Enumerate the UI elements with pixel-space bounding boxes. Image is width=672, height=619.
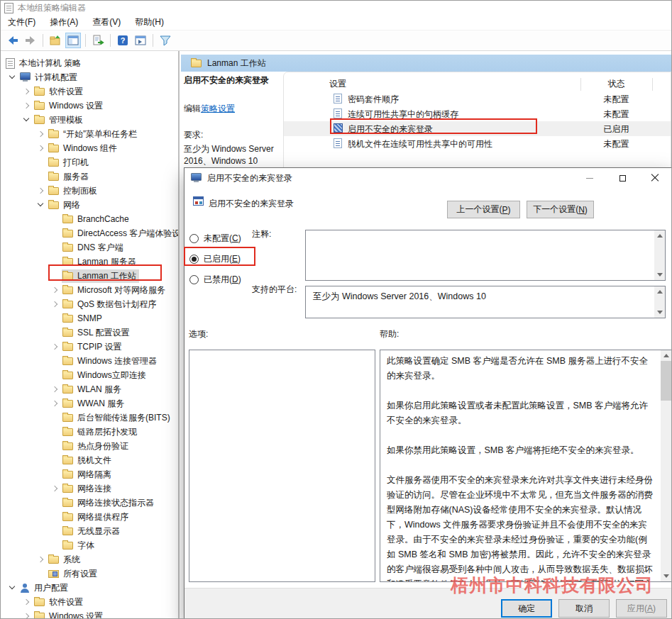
tree-item[interactable]: 网络连接	[1, 481, 178, 496]
forward-icon[interactable]	[23, 33, 38, 48]
scrollbar[interactable]	[654, 286, 665, 318]
tree-item[interactable]: SNMP	[1, 311, 178, 325]
tree-item[interactable]: 脱机文件	[1, 453, 178, 467]
column-separator[interactable]	[580, 78, 581, 91]
chevron-collapsed-icon[interactable]	[49, 397, 62, 410]
tree-item[interactable]: BranchCache	[1, 212, 178, 226]
chevron-collapsed-icon[interactable]	[35, 184, 48, 197]
back-icon[interactable]	[5, 33, 21, 48]
chevron-collapsed-icon[interactable]	[35, 553, 48, 566]
tree-item[interactable]: “开始”菜单和任务栏	[1, 127, 178, 141]
tree-item[interactable]: 软件设置	[1, 595, 178, 609]
tree-item[interactable]: 链路层拓扑发现	[1, 425, 178, 439]
chevron-collapsed-icon[interactable]	[35, 128, 48, 140]
chevron-collapsed-icon[interactable]	[21, 610, 33, 618]
tree-item[interactable]: Windows立即连接	[1, 368, 178, 382]
chevron-collapsed-icon[interactable]	[49, 383, 62, 396]
tree-item[interactable]: 本地计算机 策略	[1, 56, 178, 70]
tree-item[interactable]: 服务器	[1, 169, 178, 184]
tree-item[interactable]: 打印机	[1, 155, 178, 169]
tree-item[interactable]: Lanman 服务器	[1, 255, 178, 269]
ok-button[interactable]: 确定	[501, 599, 552, 618]
chevron-collapsed-icon[interactable]	[49, 482, 62, 495]
tree-item[interactable]: 无线显示器	[1, 524, 178, 538]
menu-item[interactable]: 帮助(H)	[128, 14, 171, 30]
radio-option[interactable]: 已启用(E)	[189, 249, 241, 269]
chevron-collapsed-icon[interactable]	[35, 142, 48, 155]
tree-item[interactable]: Windows 连接管理器	[1, 354, 178, 368]
maximize-icon[interactable]	[606, 168, 639, 188]
column-settings[interactable]: 设置	[329, 78, 346, 90]
chevron-expanded-icon[interactable]	[6, 581, 19, 594]
tree-item[interactable]: 软件设置	[1, 84, 178, 99]
tree-item-selected[interactable]: Lanman 工作站	[1, 269, 178, 283]
tree-item[interactable]: WLAN 服务	[1, 382, 178, 396]
tree-item[interactable]: 后台智能传送服务(BITS)	[1, 411, 178, 425]
tree-item[interactable]: QoS 数据包计划程序	[1, 297, 178, 311]
previous-setting-button[interactable]: 上一个设置(P)	[447, 201, 520, 218]
policy-row-selected[interactable]: 启用不安全的来宾登录已启用	[284, 121, 671, 136]
options-panel[interactable]	[189, 350, 375, 582]
console-tree-toggle-icon[interactable]	[65, 33, 81, 48]
scrollbar[interactable]	[661, 350, 671, 581]
supported-on-textarea[interactable]: 至少为 Windows Server 2016、Windows 10	[305, 286, 666, 318]
policy-row[interactable]: 连续可用性共享中的句柄缓存未配置	[284, 106, 671, 121]
menu-item[interactable]: 查看(V)	[85, 14, 128, 30]
tree-item[interactable]: 系统	[1, 552, 178, 567]
up-folder-icon[interactable]	[48, 33, 63, 48]
tree-item-content: 网络	[48, 199, 83, 212]
tree-item[interactable]: 网络连接状态指示器	[1, 496, 178, 510]
chevron-collapsed-icon[interactable]	[21, 85, 33, 98]
menu-item[interactable]: 操作(A)	[43, 14, 85, 30]
tree-item[interactable]: DNS 客户端	[1, 240, 178, 255]
policy-row[interactable]: 脱机文件在连续可用性共享中的可用性未配置	[284, 136, 671, 151]
cancel-button[interactable]: 取消	[558, 599, 610, 618]
chevron-collapsed-icon[interactable]	[21, 596, 33, 608]
close-icon[interactable]	[639, 168, 671, 188]
tree-item[interactable]: 网络	[1, 198, 178, 212]
chevron-collapsed-icon[interactable]	[21, 99, 33, 112]
next-setting-button[interactable]: 下一个设置(N)	[527, 201, 594, 218]
tree-item[interactable]: 热点身份验证	[1, 439, 178, 453]
tree-item[interactable]: 网络提供程序	[1, 510, 178, 524]
tree-item[interactable]: 用户配置	[1, 581, 178, 595]
tree-item[interactable]: 管理模板	[1, 113, 178, 127]
chevron-collapsed-icon[interactable]	[49, 284, 62, 296]
chevron-expanded-icon[interactable]	[35, 199, 48, 211]
tree-item[interactable]: SSL 配置设置	[1, 325, 178, 340]
scrollbar[interactable]	[654, 230, 665, 280]
tree-item[interactable]: 字体	[1, 538, 178, 552]
chevron-collapsed-icon[interactable]	[49, 340, 62, 353]
radio-option[interactable]: 已禁用(D)	[189, 269, 241, 290]
tree-item[interactable]: 所有设置	[1, 567, 178, 581]
radio-option[interactable]: 未配置(C)	[189, 228, 241, 249]
apply-button[interactable]: 应用(A)	[616, 599, 667, 618]
filter-icon[interactable]	[158, 33, 173, 48]
tree-item[interactable]: Windows 设置	[1, 99, 178, 113]
export-list-icon[interactable]	[90, 33, 106, 48]
tree-item[interactable]: WWAN 服务	[1, 396, 178, 411]
tree-item[interactable]: TCPIP 设置	[1, 340, 178, 354]
show-window-icon[interactable]	[133, 33, 148, 48]
chevron-expanded-icon[interactable]	[21, 113, 33, 126]
tree-item[interactable]: 网络隔离	[1, 467, 178, 481]
policy-settings-link[interactable]: 策略设置	[201, 104, 235, 113]
policy-row[interactable]: 密码套件顺序未配置	[284, 91, 671, 106]
menu-item[interactable]: 文件(F)	[1, 14, 43, 30]
tree-item[interactable]: Windows 设置	[1, 609, 178, 618]
help-panel[interactable]: 此策略设置确定 SMB 客户端是否允许在 SMB 服务器上进行不安全的来宾登录。…	[380, 350, 672, 582]
help-icon[interactable]: ?	[115, 33, 131, 48]
column-separator[interactable]	[652, 78, 653, 91]
comment-textarea[interactable]	[305, 230, 666, 281]
chevron-expanded-icon[interactable]	[6, 71, 19, 84]
minimize-icon[interactable]	[573, 168, 606, 188]
tree-item[interactable]: DirectAccess 客户端体验设置	[1, 226, 178, 240]
help-paragraph: 此策略设置确定 SMB 客户端是否允许在 SMB 服务器上进行不安全的来宾登录。	[387, 354, 656, 384]
chevron-collapsed-icon[interactable]	[49, 298, 62, 311]
column-status[interactable]: 状态	[580, 78, 652, 90]
tree-item[interactable]: 控制面板	[1, 184, 178, 198]
folder-icon	[62, 272, 73, 280]
tree-item[interactable]: 计算机配置	[1, 70, 178, 84]
tree-item[interactable]: Windows 组件	[1, 141, 178, 155]
tree-item[interactable]: Microsoft 对等网络服务	[1, 283, 178, 297]
